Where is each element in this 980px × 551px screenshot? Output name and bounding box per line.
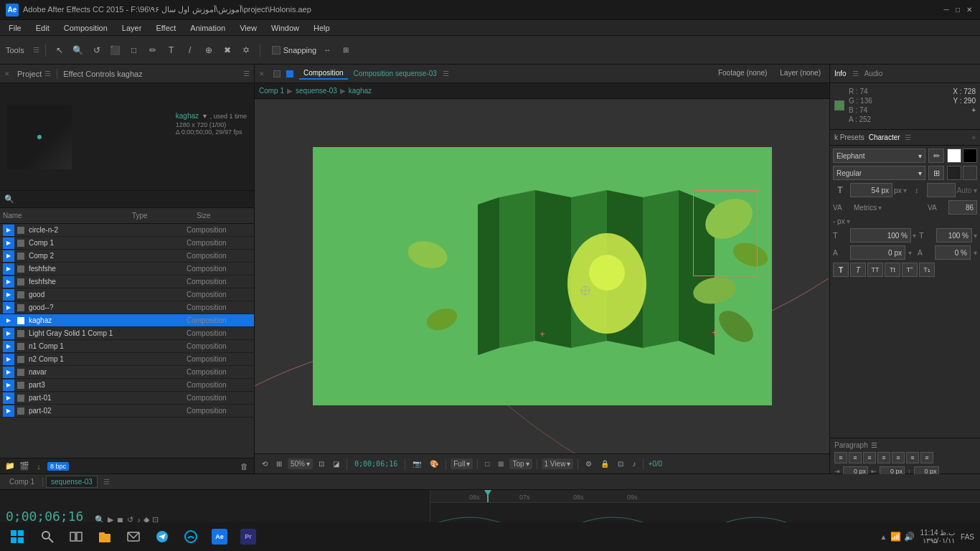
menu-edit[interactable]: Edit: [30, 22, 55, 34]
list-item[interactable]: ▶good--?Composition: [0, 301, 254, 314]
new-folder-btn[interactable]: 📁: [4, 461, 16, 472]
new-composition-btn[interactable]: 🎬: [19, 461, 30, 472]
text-tool[interactable]: T: [164, 42, 179, 58]
paragraph-menu[interactable]: ☰: [871, 441, 877, 449]
justify-right-btn[interactable]: ≡: [906, 452, 919, 463]
list-item[interactable]: ▶feshfsheComposition: [0, 276, 254, 288]
list-item[interactable]: ▶n2 Comp 1Composition: [0, 353, 254, 366]
tab-info[interactable]: Info: [834, 70, 847, 77]
bold-btn[interactable]: T: [833, 263, 849, 277]
composition-viewer[interactable]: [313, 147, 772, 405]
time-code[interactable]: 0;00;06;16: [6, 509, 83, 524]
brush-tool[interactable]: ✖: [220, 42, 235, 58]
project-panel-close[interactable]: ✕: [4, 70, 11, 77]
list-item[interactable]: ▶navarComposition: [0, 366, 254, 379]
puppet-tool[interactable]: ⊕: [201, 42, 217, 58]
language-indicator[interactable]: FAS: [961, 533, 974, 541]
menu-view[interactable]: View: [234, 22, 263, 34]
menu-animation[interactable]: Animation: [184, 22, 231, 34]
list-item[interactable]: ▶Light Gray Solid 1 Comp 1Composition: [0, 327, 254, 340]
scale-v-arrow[interactable]: ▾: [974, 232, 977, 240]
viewer-audio-btn[interactable]: ♪: [629, 458, 639, 469]
viewer-pixel-btn[interactable]: ◪: [330, 458, 342, 469]
menu-composition[interactable]: Composition: [58, 22, 113, 34]
breadcrumb-comp1[interactable]: Comp 1: [259, 87, 284, 95]
quality-dropdown[interactable]: Full ▾: [451, 458, 473, 469]
taskbar-ae-btn[interactable]: Ae: [207, 524, 232, 550]
snapping-checkbox[interactable]: [272, 46, 281, 55]
align-right-btn[interactable]: ≡: [863, 452, 876, 463]
taskbar-task-view-btn[interactable]: [63, 524, 89, 550]
scale-v-input[interactable]: [936, 228, 972, 242]
pen-tool[interactable]: ✏: [145, 42, 161, 58]
dash-px-arrow[interactable]: ▾: [847, 217, 850, 225]
justify-left-btn[interactable]: ≡: [920, 452, 933, 463]
viewer-overlay-btn[interactable]: ⊞: [495, 458, 507, 469]
list-item[interactable]: ▶part-02Composition: [0, 405, 254, 418]
baseline-arrow[interactable]: ▾: [908, 249, 912, 257]
effect-controls-menu[interactable]: ☰: [243, 70, 250, 77]
start-btn[interactable]: [6, 525, 29, 548]
menu-effect[interactable]: Effect: [150, 22, 182, 34]
allcaps-btn[interactable]: TT: [867, 263, 883, 277]
timeline-tab-sequense[interactable]: sequense-03: [46, 476, 98, 488]
list-item[interactable]: ▶Comp 1Composition: [0, 237, 254, 250]
viewer-settings-btn[interactable]: ⚙: [583, 458, 595, 469]
taskbar-file-explorer-btn[interactable]: [92, 524, 118, 550]
comp-panel-menu[interactable]: ☰: [443, 70, 449, 77]
scale-h-arrow[interactable]: ▾: [913, 232, 916, 240]
kerning2-arrow[interactable]: ▾: [974, 249, 977, 257]
minimize-btn[interactable]: ─: [941, 5, 951, 15]
presets-tab[interactable]: k Presets: [834, 133, 864, 141]
align-center-btn[interactable]: ≡: [849, 452, 862, 463]
align-left-btn[interactable]: ≡: [834, 452, 847, 463]
viewer-grid-btn[interactable]: ⊞: [273, 458, 285, 469]
style-extra-btn[interactable]: ⊞: [928, 166, 944, 180]
list-item[interactable]: ▶circle-n-2Composition: [0, 224, 254, 237]
snap-btn2[interactable]: ⊞: [338, 42, 354, 58]
line-height-input[interactable]: [927, 183, 956, 197]
list-item[interactable]: ▶n1 Comp 1Composition: [0, 340, 254, 353]
title-bar-controls[interactable]: ─ □ ✕: [941, 5, 974, 15]
roto-tool[interactable]: ✡: [238, 42, 254, 58]
menu-file[interactable]: File: [3, 22, 27, 34]
playhead[interactable]: [487, 490, 489, 502]
viewer-color-btn[interactable]: 🎨: [427, 458, 441, 469]
comp-panel-close[interactable]: ✕: [259, 70, 266, 77]
clock[interactable]: 11:14 ب.ظ ۱۳۹۵/۰۱/۱۱: [920, 529, 956, 545]
taskbar-telegram-btn[interactable]: [149, 524, 175, 550]
zoom-dropdown[interactable]: 50% ▾: [288, 458, 313, 469]
views-dropdown[interactable]: 1 View ▾: [542, 458, 574, 469]
viewer-reset-btn[interactable]: ⟲: [259, 458, 270, 469]
stroke-color-btn2[interactable]: [963, 166, 977, 180]
font-dropdown[interactable]: Elephant ▾: [833, 149, 925, 163]
zoom-tool[interactable]: 🔍: [70, 42, 86, 58]
stroke-color-btn[interactable]: [947, 166, 961, 180]
view-dropdown[interactable]: Top ▾: [509, 458, 532, 469]
comp-tab-main[interactable]: Composition: [299, 67, 348, 80]
viewer-3d-btn[interactable]: □: [482, 458, 492, 469]
sub-btn[interactable]: T₁: [919, 263, 935, 277]
character-tab[interactable]: Character: [869, 133, 900, 141]
search-input[interactable]: [17, 195, 250, 203]
viewer-cam-btn[interactable]: 📷: [410, 458, 424, 469]
timeline-tab-comp1[interactable]: Comp 1: [4, 476, 39, 488]
layer-tab[interactable]: Layer (none): [776, 67, 825, 80]
menu-window[interactable]: Window: [265, 22, 305, 34]
style-dropdown[interactable]: Regular ▾: [833, 166, 925, 180]
metrics-arrow[interactable]: ▾: [878, 204, 882, 212]
taskbar-browser-btn[interactable]: [178, 524, 204, 550]
viewer-fit-btn[interactable]: ⊡: [316, 458, 327, 469]
timeline-menu[interactable]: ☰: [103, 478, 110, 486]
breadcrumb-sequense[interactable]: sequense-03: [296, 87, 337, 95]
font-size-arrow[interactable]: ▾: [903, 187, 907, 194]
breadcrumb-kaghaz[interactable]: kaghaz: [349, 87, 372, 95]
viewer-lock-btn[interactable]: 🔒: [598, 458, 612, 469]
text-color-btn-dark[interactable]: [963, 149, 977, 163]
close-btn[interactable]: ✕: [964, 5, 974, 15]
font-size-input[interactable]: [850, 183, 892, 197]
font-edit-btn[interactable]: ✏: [928, 149, 944, 163]
list-item[interactable]: ▶part3Composition: [0, 379, 254, 392]
info-panel-menu[interactable]: ☰: [852, 70, 859, 77]
tab-audio[interactable]: Audio: [864, 70, 883, 77]
